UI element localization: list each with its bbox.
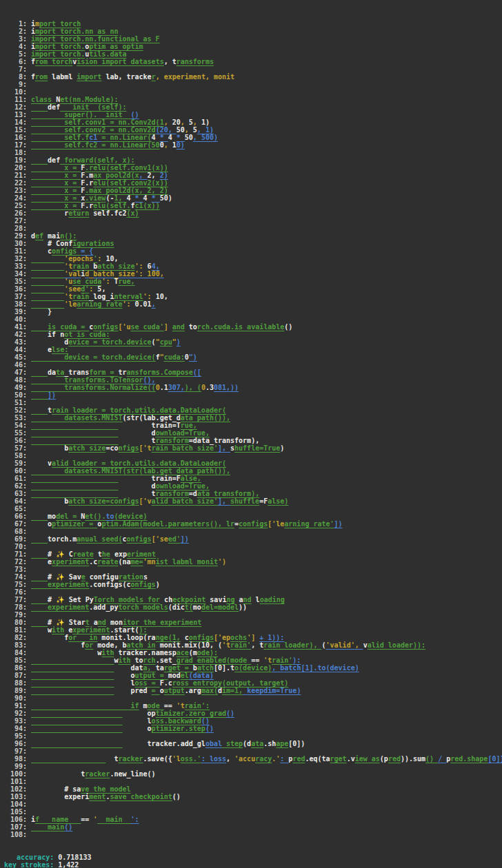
code-segment: ef	[35, 232, 43, 240]
code-segment: ith	[52, 626, 64, 634]
code-segment: ,	[193, 118, 201, 126]
code-segment: x =	[31, 164, 81, 172]
code-segment: rain_	[72, 262, 93, 270]
code-segment: 'mn	[143, 558, 156, 566]
code-segment: ve the model	[81, 785, 130, 793]
code-segment: max(	[201, 687, 218, 694]
code-segment: d	[31, 338, 68, 346]
code-segment: *	[177, 134, 185, 141]
code-segment: __main__	[97, 816, 130, 823]
line-number: 90:	[4, 694, 27, 702]
code-line: 106:if __name__ == '__main__':	[4, 816, 502, 823]
code-segment: savi	[205, 596, 226, 603]
code-segment: ()	[205, 725, 214, 732]
code-line: 41: is_cuda = configs['use_cuda'] and to…	[4, 323, 502, 331]
code-segment: ptim.Adam(model.parameters(), lr	[101, 520, 234, 528]
code-segment: e	[64, 626, 72, 634]
code-line: 84: with tracker.namespace(mode):	[4, 649, 502, 657]
code-line: 88: loss = F.cross_entropy(output, targe…	[4, 679, 502, 687]
code-segment: 2)	[160, 172, 168, 179]
code-line: 47: data_transform = transforms.Compose(…	[4, 369, 502, 376]
code-segment: me=	[131, 558, 143, 566]
code-segment: nd	[243, 596, 252, 603]
code-segment: onfigs	[189, 634, 214, 641]
code-line: 78: experiment.add_pytorch_models(dict(m…	[4, 603, 502, 611]
code-segment: ith	[118, 657, 130, 664]
code-segment: ])	[48, 391, 56, 399]
code-segment: ata_transform),	[197, 490, 259, 497]
code-segment	[31, 573, 48, 581]
code-segment: 307,	[168, 384, 185, 391]
line-number: 88:	[4, 679, 27, 687]
code-segment: pred	[114, 687, 151, 694]
code-segment	[31, 687, 114, 694]
code-segment: )	[280, 444, 284, 452]
code-line: 93: loss.backward()	[4, 717, 502, 725]
code-line: 27:	[4, 217, 502, 225]
code-segment: mport torch.nn as nn	[35, 28, 118, 35]
code-segment	[118, 490, 151, 497]
code-segment: .c	[89, 558, 97, 566]
code-segment: v	[31, 459, 52, 467]
line-number: 31:	[4, 247, 27, 255]
code-segment: ()	[172, 793, 181, 800]
code-segment: a	[234, 596, 243, 603]
code-line: 74: # ✨ Save configurations	[4, 573, 502, 581]
code-segment: F.m	[81, 172, 93, 179]
code-segment	[31, 103, 48, 111]
line-number: 96:	[4, 740, 27, 747]
code-segment: ross_entropy(output, target)	[172, 679, 289, 687]
code-segment: itor the experiment	[123, 619, 201, 626]
code-segment: rain'	[230, 641, 251, 649]
line-number: 46:	[4, 361, 27, 369]
line-number: 71:	[4, 550, 27, 558]
code-line: 38: 'learning_rate': 0.01,	[4, 300, 502, 308]
code-segment: self.fc2	[89, 209, 126, 217]
code-segment: ace	[177, 649, 189, 657]
code-line: 53: datasets.MNIST(str(lab.get_data_path…	[4, 414, 502, 422]
line-number: 83:	[4, 641, 27, 649]
code-line: 76:	[4, 588, 502, 596]
line-number: 49:	[4, 384, 27, 391]
code-segment: }	[31, 308, 52, 316]
code-line: 59: valid_loader = torch.utils.data.Data…	[4, 459, 502, 467]
code-segment: =	[152, 687, 160, 694]
code-segment: 0)	[177, 141, 185, 149]
code-segment: xperiment	[72, 626, 110, 634]
code-segment: import torch.	[31, 50, 85, 58]
code-segment: tils.data	[89, 50, 126, 58]
code-segment: (p	[380, 755, 388, 763]
code-segment: (data)	[189, 672, 214, 679]
line-number: 54:	[4, 422, 27, 429]
line-number: 43:	[4, 338, 27, 346]
code-segment: l	[114, 679, 134, 687]
line-number: 14:	[4, 118, 27, 126]
code-segment: et().	[85, 513, 106, 520]
code-segment: reate	[97, 558, 118, 566]
code-segment: )	[177, 338, 181, 346]
code-line: 6:from torchvision import datasets, tran…	[4, 58, 502, 65]
summary-segment: 0.718133	[58, 854, 91, 861]
code-line: 61: train=False,	[4, 475, 502, 482]
code-segment	[31, 717, 122, 725]
code-segment: 50	[185, 134, 193, 141]
code-line: 64: batch_size=configs['valid_batch_size…	[4, 497, 502, 505]
code-line: 56: transform=data_transform),	[4, 437, 502, 444]
code-line: 10:	[4, 88, 502, 96]
code-segment: 't	[64, 262, 72, 270]
line-number: 80:	[4, 619, 27, 626]
code-line: 1:import torch	[4, 20, 502, 28]
code-segment	[118, 475, 151, 482]
code-segment	[31, 369, 48, 376]
code-segment	[31, 422, 118, 429]
code-segment: igurations	[72, 240, 114, 247]
code-line: 65:	[4, 505, 502, 513]
line-number: 35:	[4, 278, 27, 285]
code-segment: ansforms.Compose	[127, 369, 193, 376]
code-segment: + 1)):	[259, 634, 284, 641]
code-segment	[31, 513, 48, 520]
code-segment: 4	[152, 134, 160, 141]
code-segment: 10,	[156, 293, 168, 300]
code-segment: oading	[260, 596, 285, 603]
code-line: 85: with torch.set_grad_enabled(mode == …	[4, 657, 502, 664]
